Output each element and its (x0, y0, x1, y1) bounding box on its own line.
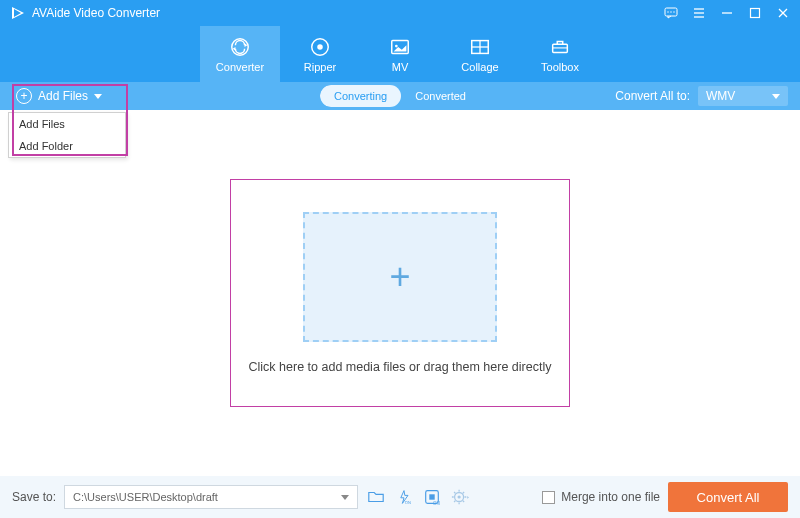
save-path-select[interactable]: C:\Users\USER\Desktop\draft (64, 485, 358, 509)
drop-zone[interactable]: + (303, 212, 497, 342)
tab-toolbox[interactable]: Toolbox (520, 26, 600, 82)
status-pill-tabs: Converting Converted (320, 85, 480, 107)
svg-rect-28 (429, 494, 434, 499)
app-logo-icon (10, 5, 26, 21)
dropdown-item-add-files[interactable]: Add Files (9, 113, 125, 135)
drop-zone-outer: + Click here to add media files or drag … (230, 179, 570, 407)
drop-zone-text: Click here to add media files or drag th… (249, 360, 552, 374)
dropdown-item-add-folder[interactable]: Add Folder (9, 135, 125, 157)
boost-icon[interactable]: ON (394, 487, 414, 507)
settings-gear-icon[interactable] (450, 487, 470, 507)
convert-all-to-label: Convert All to: (615, 89, 690, 103)
chevron-down-icon (341, 495, 349, 500)
add-files-label: Add Files (38, 89, 88, 103)
main-tab-bar: Converter Ripper MV Collage Toolbox (0, 26, 800, 82)
app-title: AVAide Video Converter (32, 6, 160, 20)
tab-label: Ripper (304, 61, 336, 73)
chevron-down-icon (94, 94, 102, 99)
tab-converter[interactable]: Converter (200, 26, 280, 82)
svg-point-4 (670, 11, 671, 12)
add-files-dropdown: Add Files Add Folder (8, 112, 126, 158)
svg-point-3 (667, 11, 668, 12)
svg-point-19 (395, 44, 398, 47)
svg-text:ON: ON (433, 501, 440, 506)
svg-point-17 (317, 44, 323, 50)
svg-text:ON: ON (405, 500, 411, 505)
minimize-icon[interactable] (720, 6, 734, 20)
close-icon[interactable] (776, 6, 790, 20)
open-folder-icon[interactable] (366, 487, 386, 507)
tab-ripper[interactable]: Ripper (280, 26, 360, 82)
chevron-down-icon (772, 94, 780, 99)
maximize-icon[interactable] (748, 6, 762, 20)
menu-icon[interactable] (692, 6, 706, 20)
checkbox-icon (542, 491, 555, 504)
title-bar: AVAide Video Converter (0, 0, 800, 26)
merge-checkbox[interactable]: Merge into one file (542, 490, 660, 504)
add-files-button[interactable]: + Add Files (6, 82, 112, 110)
gpu-accel-icon[interactable]: ON (422, 487, 442, 507)
collage-icon (469, 36, 491, 58)
tab-label: MV (392, 61, 409, 73)
tab-label: Toolbox (541, 61, 579, 73)
svg-point-5 (673, 11, 674, 12)
svg-point-31 (458, 495, 461, 498)
toolbox-icon (549, 36, 571, 58)
pill-converting[interactable]: Converting (320, 85, 401, 107)
tab-label: Collage (461, 61, 498, 73)
main-content-area: + Click here to add media files or drag … (0, 110, 800, 476)
converter-icon (229, 36, 251, 58)
bottom-toolbar: Save to: C:\Users\USER\Desktop\draft ON … (0, 476, 800, 518)
pill-converted[interactable]: Converted (401, 85, 480, 107)
sub-toolbar: + Add Files Converting Converted Convert… (0, 82, 800, 110)
selected-format: WMV (706, 89, 735, 103)
tab-label: Converter (216, 61, 264, 73)
plus-circle-icon: + (16, 88, 32, 104)
mv-icon (389, 36, 411, 58)
plus-icon: + (389, 259, 410, 295)
output-format-select[interactable]: WMV (698, 86, 788, 106)
svg-rect-10 (751, 9, 760, 18)
tab-mv[interactable]: MV (360, 26, 440, 82)
ripper-icon (309, 36, 331, 58)
convert-all-button[interactable]: Convert All (668, 482, 788, 512)
tab-collage[interactable]: Collage (440, 26, 520, 82)
merge-label: Merge into one file (561, 490, 660, 504)
save-to-label: Save to: (12, 490, 56, 504)
svg-marker-32 (467, 496, 469, 499)
feedback-icon[interactable] (664, 6, 678, 20)
save-path-text: C:\Users\USER\Desktop\draft (73, 491, 218, 503)
